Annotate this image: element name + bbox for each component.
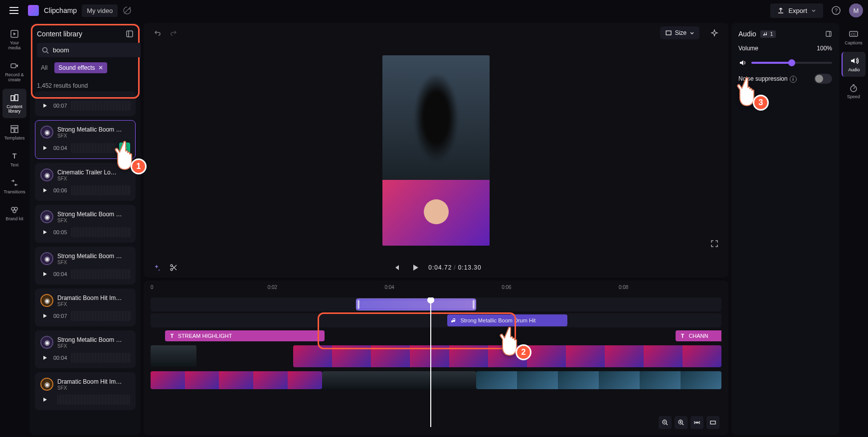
svg-text:CC: CC — [851, 32, 856, 36]
search-input-wrapper[interactable] — [37, 43, 141, 57]
sfx-duration: 00:07 — [53, 313, 67, 319]
tab-captions[interactable]: CCCaptions — [842, 25, 866, 50]
sfx-waveform — [71, 101, 130, 111]
canvas-size-button[interactable]: Size — [660, 26, 699, 39]
track-audio-edit[interactable] — [151, 297, 721, 311]
speaker-icon[interactable] — [738, 59, 746, 67]
chip-remove-icon[interactable]: ✕ — [98, 64, 103, 71]
sfx-result-item[interactable]: ◉ Strong Metallic Boom …SFX 00:04 + — [35, 120, 136, 159]
sfx-play-button[interactable] — [40, 101, 49, 110]
help-button[interactable]: ? — [828, 2, 844, 18]
redo-button[interactable] — [167, 26, 180, 40]
sfx-result-item[interactable]: ◉ Strong Metallic Boom …SFX 00:04 — [35, 330, 136, 368]
clip-video-b2[interactable] — [322, 371, 476, 389]
clip-video-b1[interactable] — [151, 371, 322, 389]
export-button[interactable]: Export — [770, 3, 823, 18]
sfx-waveform — [71, 143, 115, 153]
nav-transitions[interactable]: Transitions — [2, 174, 26, 199]
sfx-result-list[interactable]: 00:07 ◉ Strong Metallic Boom …SFX 00:04 … — [30, 91, 141, 435]
clip-audio-sfx[interactable]: Strong Metallic Boom Drum Hit — [447, 314, 567, 326]
sfx-play-button[interactable] — [40, 228, 49, 237]
track-video-2[interactable] — [151, 370, 721, 390]
sfx-result-item[interactable]: ◉ Dramatic Boom Hit Im…SFX — [35, 372, 136, 410]
sfx-result-item[interactable]: 00:07 — [35, 91, 136, 116]
clip-count-badge: 1 — [760, 30, 776, 38]
zoom-fit-button[interactable] — [691, 416, 703, 429]
preview-canvas[interactable] — [382, 55, 490, 246]
split-button[interactable] — [168, 262, 179, 274]
clip-video-main[interactable] — [293, 345, 721, 367]
nav-brand-kit[interactable]: Brand kit — [2, 201, 26, 226]
clip-video-b3[interactable] — [476, 371, 721, 389]
clip-audio-selected[interactable] — [356, 298, 476, 310]
play-button[interactable] — [409, 262, 421, 274]
chip-sound-effects[interactable]: Sound effects ✕ — [54, 62, 107, 73]
sfx-result-item[interactable]: ◉ Strong Metallic Boom …SFX 00:05 — [35, 205, 136, 243]
tab-audio[interactable]: Audio — [842, 52, 866, 77]
clip-text-stream[interactable]: T STREAM HIGHLIGHT — [165, 330, 325, 341]
timeline[interactable]: 00:020:040:060:08 Strong Metallic Boom D… — [144, 281, 728, 435]
track-video-1[interactable] — [151, 344, 721, 368]
document-title[interactable]: My video — [82, 4, 118, 17]
clip-text-channel[interactable]: T CHANN — [676, 330, 721, 341]
svg-point-16 — [171, 269, 173, 271]
nav-templates[interactable]: Templates — [2, 120, 26, 145]
zoom-out-button[interactable] — [659, 416, 672, 429]
preview-bottom-clip — [382, 180, 490, 246]
slider-thumb[interactable] — [788, 59, 795, 66]
timeline-ruler[interactable]: 00:020:040:060:08 — [151, 283, 721, 294]
zoom-full-button[interactable] — [706, 416, 719, 429]
sfx-result-item[interactable]: ◉ Dramatic Boom Hit Im…SFX 00:07 — [35, 289, 136, 326]
timecode-display: 0:04.72/0:13.30 — [428, 264, 481, 271]
svg-rect-6 — [11, 126, 18, 128]
undo-button[interactable] — [151, 26, 165, 40]
skip-back-button[interactable] — [390, 262, 402, 274]
detach-panel-icon[interactable] — [825, 30, 832, 37]
sfx-category: SFX — [57, 260, 130, 265]
search-input[interactable] — [53, 46, 137, 54]
nav-record-create[interactable]: Record & create — [2, 57, 26, 87]
panel-expand-icon[interactable] — [126, 30, 134, 38]
content-library-panel: Content library All Sound effects ✕ — [30, 23, 141, 435]
svg-point-12 — [13, 210, 16, 213]
noise-suppression-toggle[interactable] — [814, 74, 832, 84]
clip-label: Strong Metallic Boom Drum Hit — [460, 317, 535, 323]
track-text[interactable]: T STREAM HIGHLIGHT T CHANN — [151, 329, 721, 342]
sfx-play-button[interactable] — [40, 144, 49, 152]
zoom-in-button[interactable] — [675, 416, 688, 429]
sfx-thumb-icon: ◉ — [40, 336, 53, 349]
svg-rect-13 — [127, 31, 133, 37]
clip-video-intro[interactable] — [151, 345, 196, 367]
sfx-title: Dramatic Boom Hit Im… — [57, 378, 130, 385]
preview-top-clip — [382, 55, 490, 180]
sfx-play-button[interactable] — [40, 311, 49, 320]
track-audio-2[interactable]: Strong Metallic Boom Drum Hit — [151, 313, 721, 327]
text-icon: T — [169, 333, 175, 339]
info-icon[interactable]: i — [790, 76, 797, 83]
sfx-duration: 00:06 — [53, 187, 67, 193]
fullscreen-button[interactable] — [707, 237, 721, 251]
sfx-play-button[interactable] — [40, 353, 49, 362]
chip-all[interactable]: All — [37, 62, 51, 73]
sfx-play-button[interactable] — [40, 186, 49, 195]
tab-speed[interactable]: Speed — [842, 79, 866, 104]
menu-button[interactable] — [5, 1, 23, 19]
sfx-play-button[interactable] — [40, 270, 49, 279]
nav-content-library[interactable]: Content library — [2, 89, 26, 119]
sfx-add-button[interactable]: + — [119, 143, 130, 153]
timeline-zoom-controls — [657, 414, 721, 431]
sfx-result-item[interactable]: ◉ Cinematic Trailer Lo…SFX 00:06 — [35, 163, 136, 201]
sfx-play-button[interactable] — [40, 395, 49, 404]
primary-nav: Your media Record & create Content libra… — [0, 21, 29, 437]
sparkle-button[interactable] — [707, 26, 721, 40]
nav-your-media[interactable]: Your media — [2, 25, 26, 55]
sfx-result-item[interactable]: ◉ Strong Metallic Boom …SFX 00:04 — [35, 247, 136, 285]
volume-slider[interactable] — [751, 62, 832, 64]
user-avatar[interactable]: M — [849, 3, 863, 17]
ruler-tick: 0:04 — [384, 285, 394, 290]
magic-cut-button[interactable] — [151, 262, 163, 274]
nav-text[interactable]: TText — [2, 147, 26, 172]
sfx-duration: 00:04 — [53, 145, 67, 151]
sfx-thumb-icon: ◉ — [40, 294, 53, 307]
playhead[interactable] — [430, 297, 431, 427]
